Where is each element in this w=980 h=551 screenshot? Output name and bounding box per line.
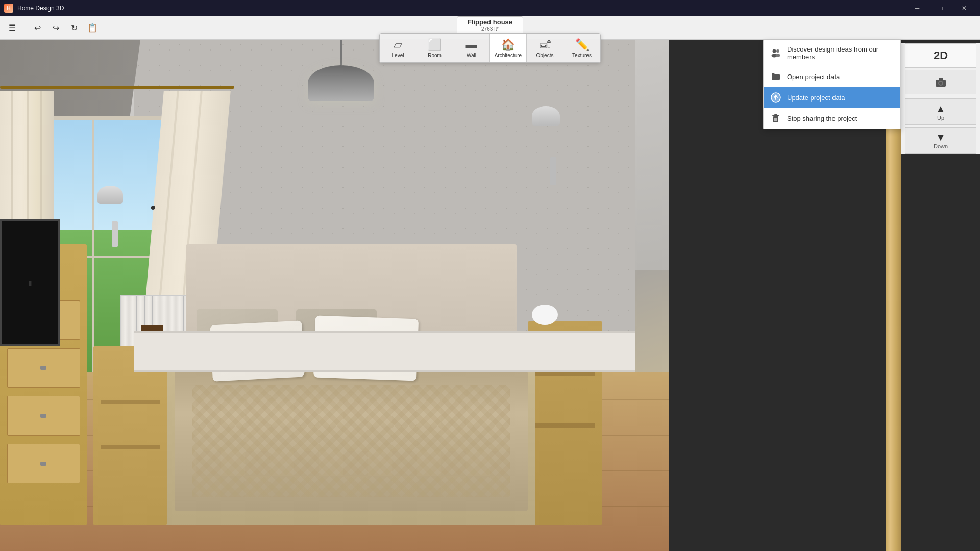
objects-tab-label: Objects xyxy=(536,53,554,58)
up-button[interactable]: ▲ Up xyxy=(905,98,976,125)
toolbar-separator xyxy=(24,22,25,34)
down-button[interactable]: ▼ Down xyxy=(905,127,976,154)
hamburger-button[interactable]: ☰ xyxy=(4,20,20,36)
tab-level[interactable]: ▱ Level xyxy=(380,34,416,62)
close-button[interactable]: ✕ xyxy=(952,0,976,16)
svg-point-6 xyxy=(776,49,779,53)
app-title: Home Design 3D xyxy=(17,5,64,12)
upload-menu-icon xyxy=(771,92,781,103)
menu-item-update[interactable]: Update project data xyxy=(764,87,900,108)
titlebar: H Home Design 3D ─ □ ✕ xyxy=(0,0,980,16)
menu-item-stop-sharing[interactable]: Stop sharing the project xyxy=(764,108,900,129)
right-controls: 2D ▲ Up ▼ Down xyxy=(901,43,980,154)
pendant-light xyxy=(294,40,387,101)
svg-point-7 xyxy=(776,54,780,57)
menu-item-discover[interactable]: Discover design ideas from our members xyxy=(764,40,900,66)
room-tab-label: Room xyxy=(428,53,442,58)
room-tab-icon: ⬜ xyxy=(428,38,442,52)
up-arrow-icon: ▲ xyxy=(936,103,946,115)
down-arrow-icon: ▼ xyxy=(936,132,946,143)
people-menu-icon xyxy=(771,48,781,58)
project-title-bar: Flipped house 2763 ft² xyxy=(457,16,523,33)
folder-menu-icon xyxy=(771,71,781,82)
redo-button[interactable]: ↪ xyxy=(47,20,64,36)
tab-textures[interactable]: ✏️ Textures xyxy=(564,34,600,62)
wainscoting xyxy=(134,331,635,372)
wall-tab-label: Wall xyxy=(467,53,476,58)
bed xyxy=(167,244,535,525)
trash-menu-icon xyxy=(771,113,781,123)
wall-tab-icon: ▬ xyxy=(466,38,477,52)
down-label: Down xyxy=(934,143,948,149)
camera-icon xyxy=(935,77,947,88)
tab-room[interactable]: ⬜ Room xyxy=(416,34,453,62)
project-name: Flipped house xyxy=(468,18,512,26)
svg-point-4 xyxy=(773,49,776,53)
project-size: 2763 ft² xyxy=(468,26,512,32)
undo-button[interactable]: ↩ xyxy=(29,20,45,36)
textures-tab-icon: ✏️ xyxy=(575,38,589,52)
title-left: H Home Design 3D xyxy=(4,4,64,13)
maximize-button[interactable]: □ xyxy=(929,0,952,16)
viewport[interactable]: ▮ xyxy=(0,40,669,551)
clipboard-button[interactable]: 📋 xyxy=(84,20,101,36)
tv-monitor: ▮ xyxy=(0,219,60,347)
dresser-drawer-3 xyxy=(7,396,80,435)
menu-item-discover-label: Discover design ideas from our members xyxy=(787,45,893,61)
menu-item-stop-sharing-label: Stop sharing the project xyxy=(787,115,857,122)
2d-view-button[interactable]: 2D xyxy=(905,43,976,68)
menu-item-open[interactable]: Open project data xyxy=(764,66,900,87)
2d-icon: 2D xyxy=(934,49,948,62)
menu-item-open-label: Open project data xyxy=(787,73,840,81)
architecture-tab-label: Architecture xyxy=(495,53,522,58)
svg-point-2 xyxy=(939,82,942,85)
camera-view-button[interactable] xyxy=(905,70,976,94)
objects-tab-icon: 🛋 xyxy=(540,38,551,52)
dropdown-menu: Discover design ideas from our members O… xyxy=(763,40,901,129)
tab-wall[interactable]: ▬ Wall xyxy=(453,34,490,62)
svg-rect-11 xyxy=(774,114,777,115)
center-toolbar: Flipped house 2763 ft² ▱ Level ⬜ Room ▬ … xyxy=(379,16,601,63)
bedroom-scene: ▮ xyxy=(0,40,669,551)
svg-rect-3 xyxy=(939,78,943,80)
nightstand-left xyxy=(93,346,167,525)
app-icon: H xyxy=(4,4,13,13)
up-label: Up xyxy=(937,115,944,121)
window-controls: ─ □ ✕ xyxy=(905,0,976,16)
minimize-button[interactable]: ─ xyxy=(905,0,929,16)
rotate-button[interactable]: ↻ xyxy=(66,20,82,36)
curtain-rod xyxy=(0,86,234,89)
menu-item-update-label: Update project data xyxy=(787,94,845,102)
architecture-tab-icon: 🏠 xyxy=(501,38,515,52)
tab-architecture[interactable]: 🏠 Architecture xyxy=(490,34,527,62)
textures-tab-label: Textures xyxy=(572,53,592,58)
bed-mattress xyxy=(175,371,528,512)
dresser-drawer-4 xyxy=(7,444,80,483)
dresser-drawer-2 xyxy=(7,348,80,388)
svg-rect-10 xyxy=(772,115,779,116)
tab-objects[interactable]: 🛋 Objects xyxy=(527,34,564,62)
level-tab-label: Level xyxy=(392,53,404,58)
view-tabs: ▱ Level ⬜ Room ▬ Wall 🏠 Architecture 🛋 O… xyxy=(379,33,601,63)
level-tab-icon: ▱ xyxy=(394,38,402,52)
